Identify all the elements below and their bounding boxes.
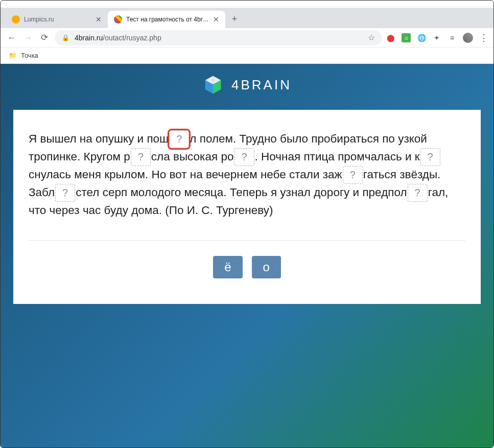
back-button[interactable]: ← [6,33,18,43]
tab-4brain[interactable]: Тест на грамотность от 4brain - ✕ [108,11,225,28]
extension-globe-icon[interactable]: 🌐 [417,33,426,42]
close-tab-icon[interactable]: ✕ [96,15,102,23]
answer-option-1[interactable]: ё [213,256,242,278]
blank-1[interactable]: ? [169,130,189,148]
blank-4[interactable]: ? [420,148,440,166]
folder-icon: 📁 [9,52,17,59]
blank-3[interactable]: ? [234,148,254,166]
toolbar: ← → ⟳ 🔒 4brain.ru/outact/rusyaz.php ☆ ⬤ … [1,28,493,48]
logo: 4BRAIN [1,74,493,96]
new-tab-button[interactable]: + [227,12,242,26]
quiz-card: Я вышел на опушку и пош?л полем. Трудно … [13,110,481,304]
titlebar [1,1,493,8]
extension-list-icon[interactable]: ≡ [448,33,457,42]
task-text: Я вышел на опушку и пош?л полем. Трудно … [29,130,465,220]
profile-avatar[interactable] [463,33,473,43]
reload-button[interactable]: ⟳ [38,32,51,43]
bookmark-item[interactable]: Точка [21,52,38,59]
divider [29,240,465,241]
blank-2[interactable]: ? [131,148,151,166]
answer-option-2[interactable]: о [252,256,281,278]
page-content: 4BRAIN Я вышел на опушку и пош?л полем. … [1,64,493,448]
extension-opera-icon[interactable]: ⬤ [386,33,395,42]
tab-lumpics[interactable]: Lumpics.ru ✕ [6,11,108,28]
extension-music-icon[interactable]: ♫ [402,33,411,42]
answer-row: ё о [29,256,465,278]
tab-bar: Lumpics.ru ✕ Тест на грамотность от 4bra… [1,8,493,28]
logo-cube-icon [202,74,224,96]
blank-7[interactable]: ? [408,184,428,202]
blank-6[interactable]: ? [55,184,75,202]
blank-5[interactable]: ? [343,166,363,184]
star-icon[interactable]: ☆ [368,33,375,42]
favicon-icon [114,15,122,23]
url-text: 4brain.ru/outact/rusyaz.php [75,34,161,42]
bookmarks-bar: 📁 Точка [1,48,493,64]
logo-text: 4BRAIN [231,77,292,93]
close-tab-icon[interactable]: ✕ [213,15,219,23]
extensions: ⬤ ♫ 🌐 ✦ ≡ ⋮ [386,32,488,43]
lock-icon: 🔒 [62,34,69,41]
tab-title: Тест на грамотность от 4brain - [126,16,209,23]
extensions-icon[interactable]: ✦ [432,33,441,42]
address-bar[interactable]: 🔒 4brain.ru/outact/rusyaz.php ☆ [55,30,382,45]
forward-button[interactable]: → [22,33,34,43]
tab-title: Lumpics.ru [24,16,91,23]
menu-icon[interactable]: ⋮ [479,32,488,43]
favicon-icon [12,15,20,23]
